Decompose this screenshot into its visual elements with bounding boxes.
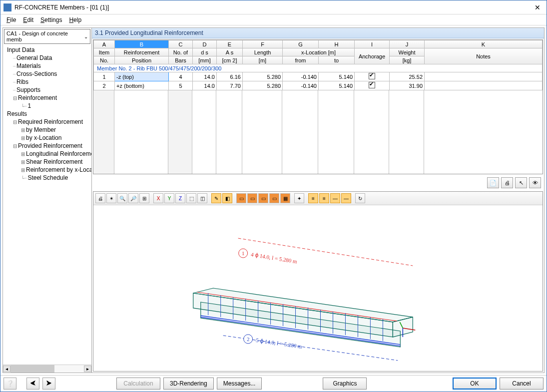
tree-provided[interactable]: ⊟Provided Reinforcement — [5, 142, 90, 150]
hl-2-icon[interactable]: ◧ — [222, 193, 232, 203]
col-c[interactable]: C — [169, 40, 193, 48]
chevron-down-icon: ⌄ — [84, 34, 88, 39]
tree-shear-reinf[interactable]: ⊞Shear Reinforcement — [5, 158, 90, 166]
menu-settings[interactable]: Settings — [37, 15, 65, 24]
view-e-icon[interactable]: ▦ — [280, 193, 290, 203]
view-b-icon[interactable]: ▭ — [247, 193, 257, 203]
dim-b-icon[interactable]: ≡ — [319, 193, 329, 203]
col-j[interactable]: J — [390, 40, 425, 48]
persp-icon[interactable]: ◫ — [197, 193, 207, 203]
tree-steel-schedule[interactable]: └┈Steel Schedule — [5, 174, 90, 182]
dim-c-icon[interactable]: — — [330, 193, 340, 203]
tree-hscroll[interactable]: ◂ ▸ — [3, 365, 91, 373]
viewer: 🖨 ✶ 🔍 🔎 ⊞ X Y Z ⬚ ◫ ✎ ◧ ▭ ▭ — [93, 191, 543, 372]
h-noof: No. of — [169, 48, 193, 56]
graphics-button[interactable]: Graphics — [323, 378, 367, 390]
print-icon[interactable]: 🖨 — [95, 193, 105, 203]
col-b[interactable]: B — [115, 40, 169, 48]
table-row[interactable]: 2 +z (bottom) 5 14.0 7.70 5.280 -0.140 5… — [94, 81, 543, 90]
diagram-bot-label: 5 ϕ 14.0, l = 5.280 m — [255, 337, 303, 350]
col-e[interactable]: E — [217, 40, 243, 48]
hl-1-icon[interactable]: ✎ — [211, 193, 221, 203]
tree-by-member[interactable]: ⊞by Member — [5, 126, 90, 134]
zoom-out-icon[interactable]: 🔎 — [128, 193, 138, 203]
view-c-icon[interactable]: ▭ — [258, 193, 268, 203]
close-icon[interactable]: ✕ — [532, 3, 544, 11]
col-i[interactable]: I — [355, 40, 390, 48]
tree-reinf-1[interactable]: └┈1 — [5, 102, 90, 110]
h-kg: [kg] — [390, 56, 425, 64]
dim-d-icon[interactable]: — — [341, 193, 351, 203]
h-ds: d s — [193, 48, 217, 56]
h-m: [m] — [243, 56, 283, 64]
next-button[interactable]: ⮞ — [42, 378, 55, 390]
menubar: File Edit Settings Help — [0, 14, 547, 25]
scroll-right-icon[interactable]: ▸ — [84, 366, 91, 372]
h-notes: Notes — [425, 48, 543, 64]
ok-button[interactable]: OK — [453, 378, 497, 390]
view-a-icon[interactable]: ▭ — [236, 193, 246, 203]
col-f[interactable]: F — [243, 40, 283, 48]
anchorage-check[interactable] — [355, 72, 390, 81]
eye-button[interactable]: 👁 — [529, 177, 541, 188]
col-k[interactable]: K — [425, 40, 543, 48]
export-button[interactable]: 📄 — [487, 177, 499, 188]
scroll-left-icon[interactable]: ◂ — [3, 366, 10, 372]
prev-button[interactable]: ⮜ — [26, 378, 39, 390]
tree-by-x[interactable]: ⊞by x-Location — [5, 134, 90, 142]
viewer-canvas[interactable]: 1 4 ϕ 14.0, l = 5.280 m — [93, 205, 543, 371]
results-table: A B C D E F G H I J K Item Reinfor — [93, 39, 543, 174]
tree-reinforcement[interactable]: ⊟Reinforcement — [5, 94, 90, 102]
tree-cross-sections[interactable]: ┈Cross-Sections — [5, 70, 90, 78]
col-d[interactable]: D — [193, 40, 217, 48]
tree-ribs[interactable]: ┈Ribs — [5, 78, 90, 86]
tree-general-data[interactable]: ┈General Data — [5, 54, 90, 62]
tree-required[interactable]: ⊟Required Reinforcement — [5, 118, 90, 126]
scroll-thumb[interactable] — [10, 365, 54, 373]
grid-icon[interactable]: ⊞ — [139, 193, 149, 203]
rendering-button[interactable]: 3D-Rendering — [163, 378, 214, 390]
iso-icon[interactable]: ⬚ — [186, 193, 196, 203]
help-button[interactable]: ❔ — [3, 378, 16, 390]
x-axis-icon[interactable]: X — [153, 193, 163, 203]
scroll-track[interactable] — [10, 365, 84, 373]
tool-icon[interactable]: ✶ — [106, 193, 116, 203]
member-row[interactable]: Member No. 2 - Rib FBU 500/475/475/200/2… — [94, 64, 543, 72]
h-to: to — [319, 56, 355, 64]
menu-help[interactable]: Help — [66, 15, 84, 24]
anchorage-check[interactable] — [355, 81, 390, 90]
select-button[interactable]: ↖ — [515, 177, 527, 188]
col-h[interactable]: H — [319, 40, 355, 48]
dim-a-icon[interactable]: ≡ — [308, 193, 318, 203]
tree-reinf-by-x[interactable]: ⊞Reinforcement by x-Location — [5, 166, 90, 174]
menu-edit[interactable]: Edit — [20, 15, 36, 24]
h-no: No. — [94, 56, 115, 64]
panel-title: 3.1 Provided Longitudinal Reinforcement — [92, 28, 544, 38]
tree-supports[interactable]: ┈Supports — [5, 86, 90, 94]
h-position: Position — [115, 56, 169, 64]
h-anchorage: Anchorage — [355, 48, 390, 64]
print-button[interactable]: 🖨 — [501, 177, 513, 188]
table-row[interactable]: 1 -z (top) 4 14.0 6.16 5.280 -0.140 5.14… — [94, 72, 543, 81]
case-dropdown[interactable]: CA1 - Design of concrete memb ⌄ — [4, 29, 90, 44]
messages-button[interactable]: Messages... — [217, 378, 262, 390]
z-axis-icon[interactable]: Z — [175, 193, 185, 203]
y-axis-icon[interactable]: Y — [164, 193, 174, 203]
tree-materials[interactable]: ┈Materials — [5, 62, 90, 70]
h-weight: Weight — [390, 48, 425, 56]
tree-section-results[interactable]: Results — [5, 110, 90, 118]
zoom-icon[interactable]: 🔍 — [117, 193, 127, 203]
view-d-icon[interactable]: ▭ — [269, 193, 279, 203]
menu-file[interactable]: File — [3, 15, 19, 24]
calculation-button[interactable]: Calculation — [116, 378, 160, 390]
axis-icon[interactable]: ✦ — [294, 193, 304, 203]
app-icon — [3, 3, 11, 11]
tree-long-reinf[interactable]: ⊞Longitudinal Reinforcement — [5, 150, 90, 158]
col-g[interactable]: G — [283, 40, 319, 48]
cancel-button[interactable]: Cancel — [500, 378, 544, 390]
grid-filler — [93, 90, 543, 174]
tree-section-input[interactable]: Input Data — [5, 46, 90, 54]
refresh-icon[interactable]: ↻ — [355, 193, 365, 203]
h-length: Length — [243, 48, 283, 56]
col-a[interactable]: A — [94, 40, 115, 48]
